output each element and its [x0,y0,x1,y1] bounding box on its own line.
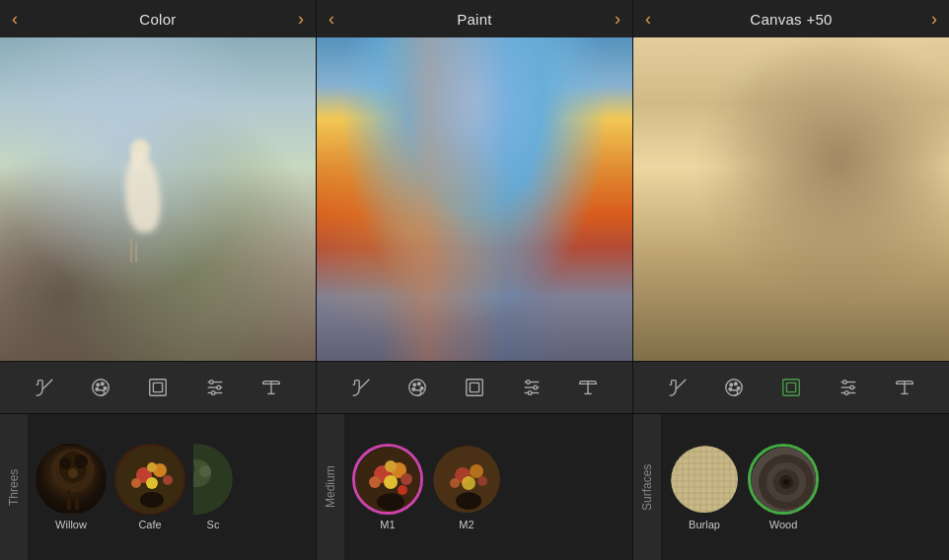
sliders-icon-canvas[interactable] [833,372,864,403]
panel-paint: ‹ Paint › [317,0,633,414]
brush-icon-paint[interactable] [345,372,377,403]
svg-point-49 [68,468,78,478]
svg-point-76 [462,476,475,490]
panel-color-prev-arrow[interactable]: ‹ [12,9,18,30]
panel-paint-next-arrow[interactable]: › [615,9,620,30]
thumbnail-burlap[interactable]: Burlap [669,444,740,530]
svg-point-71 [398,485,407,495]
svg-rect-51 [75,493,79,510]
panel-canvas-image [633,37,949,361]
svg-point-12 [211,391,215,395]
svg-point-42 [844,391,848,395]
panel-canvas-next-arrow[interactable]: › [931,9,937,30]
thumb-label-m1: M1 [380,519,395,530]
svg-point-47 [59,457,71,469]
thumb-label-wood: Wood [769,519,798,530]
svg-point-58 [147,462,157,472]
bottom-panel-color: Threes Willow [0,414,317,560]
svg-point-31 [730,384,733,386]
svg-rect-50 [67,490,71,510]
svg-point-55 [146,477,158,489]
thumb-img-willow [36,444,107,515]
svg-point-41 [849,385,853,389]
svg-point-2 [102,383,105,385]
svg-rect-21 [470,383,478,391]
brush-icon-canvas[interactable] [662,372,694,403]
thumb-label-burlap: Burlap [689,519,720,530]
text-icon-paint[interactable] [572,372,604,403]
thumb-img-m2 [431,444,502,515]
thumbnail-wood[interactable]: Wood [748,444,819,530]
palette-icon-paint[interactable] [402,372,433,403]
text-icon[interactable] [256,372,287,403]
vertical-label-threes: Threes [0,414,28,560]
palette-icon-canvas[interactable] [718,372,750,403]
bird-legs [130,238,132,262]
svg-point-16 [413,384,416,386]
thumbnail-m1[interactable]: M1 [352,444,423,530]
canvas-frame-icon-paint[interactable] [459,372,490,403]
thumbnail-sc[interactable]: Sc [193,444,233,530]
text-icon-canvas[interactable] [889,372,920,403]
bird [110,134,170,262]
canvas-frame-icon[interactable] [142,372,174,403]
panel-color-next-arrow[interactable]: › [298,9,304,30]
panels-container: ‹ Color › [0,0,949,414]
svg-point-11 [216,385,220,389]
thumbnail-willow[interactable]: Willow [36,444,107,530]
svg-point-67 [384,475,398,489]
thumb-img-burlap [669,444,740,515]
brush-icon[interactable] [29,372,60,403]
svg-point-25 [526,381,530,385]
panel-canvas-header: ‹ Canvas +50 › [633,0,949,37]
svg-point-26 [533,385,537,389]
bottom-strip: Threes Willow [0,414,949,560]
thumbnail-cafe[interactable]: Cafe [114,444,185,530]
sliders-icon[interactable] [199,372,231,403]
svg-point-27 [528,391,532,395]
svg-point-17 [418,383,421,385]
panel-color: ‹ Color › [0,0,317,414]
svg-point-77 [450,478,460,488]
thumb-img-sc [193,444,233,515]
panel-canvas-title: Canvas +50 [750,11,832,28]
thumbnail-row-canvas: Burlap Wood [661,436,827,538]
panel-color-image [0,37,316,361]
panel-canvas-prev-arrow[interactable]: ‹ [645,9,651,30]
vertical-label-surfaces: Surfaces [633,414,661,560]
panel-paint-image [317,37,632,361]
thumb-img-m1 [352,444,423,515]
svg-point-68 [369,476,381,488]
svg-point-33 [738,387,741,390]
thumbnail-m2[interactable]: M2 [431,444,502,530]
svg-point-78 [477,476,487,486]
bottom-panel-canvas: Surfaces [633,414,949,560]
svg-point-72 [377,493,404,511]
panel-canvas: ‹ Canvas +50 › [633,0,949,414]
svg-point-70 [385,460,397,472]
thumb-label-sc: Sc [207,519,220,530]
panel-paint-prev-arrow[interactable]: ‹ [328,9,334,30]
vertical-label-medium: Medium [317,414,344,560]
svg-point-18 [421,387,424,390]
svg-rect-6 [153,383,162,391]
svg-point-1 [97,384,100,386]
svg-rect-35 [783,380,800,396]
street-overlay [317,37,632,361]
toolbar-color [0,361,316,414]
svg-point-69 [401,473,412,485]
toolbar-paint [317,361,632,414]
svg-point-79 [456,492,481,510]
sliders-icon-paint[interactable] [516,372,548,403]
svg-rect-36 [786,383,795,391]
svg-rect-20 [467,380,483,396]
thumbnail-row-color: Willow Cafe [28,436,241,538]
svg-point-108 [783,479,789,485]
svg-point-48 [74,455,88,468]
palette-icon[interactable] [85,372,116,403]
toolbar-canvas [633,361,949,414]
panel-color-header: ‹ Color › [0,0,316,37]
svg-point-3 [105,387,108,390]
canvas-frame-icon-canvas-active[interactable] [775,372,807,403]
svg-point-63 [199,465,211,477]
